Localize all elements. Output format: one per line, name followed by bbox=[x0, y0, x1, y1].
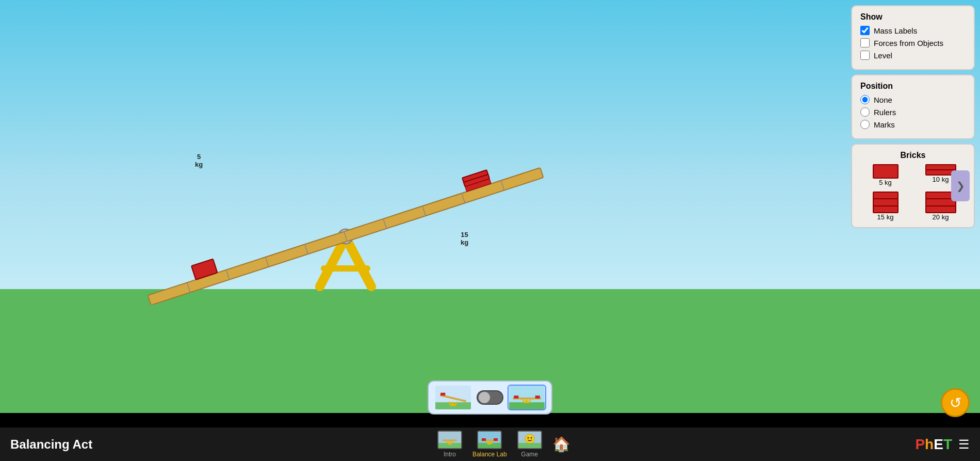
show-panel-title: Show bbox=[860, 12, 966, 22]
tab-intro-label: Intro bbox=[444, 451, 456, 458]
position-none-label[interactable]: None bbox=[874, 96, 892, 104]
svg-rect-47 bbox=[494, 438, 498, 441]
phet-logo-area: PhET ☰ bbox=[915, 436, 970, 453]
brick-5kg[interactable]: 5 kg bbox=[860, 164, 910, 186]
mass-labels-label[interactable]: Mass Labels bbox=[874, 26, 917, 35]
phet-logo: PhET bbox=[915, 436, 952, 453]
tab-balance-lab[interactable]: Balance Lab bbox=[472, 431, 507, 458]
svg-point-50 bbox=[525, 434, 534, 443]
brick-10kg-label: 10 kg bbox=[933, 176, 949, 183]
position-panel: Position None Rulers Marks bbox=[851, 74, 975, 139]
mass-labels-row: Mass Labels bbox=[860, 26, 966, 35]
tab-balance-lab-icon bbox=[477, 431, 502, 449]
left-mass-label: 5kg bbox=[195, 153, 203, 168]
hamburger-menu-icon[interactable]: ☰ bbox=[958, 437, 970, 452]
brick-20kg-label: 20 kg bbox=[933, 213, 949, 221]
app-title: Balancing Act bbox=[10, 437, 92, 452]
position-rulers-row: Rulers bbox=[860, 107, 966, 117]
position-marks-row: Marks bbox=[860, 120, 966, 129]
position-none-row: None bbox=[860, 95, 966, 104]
svg-line-1 bbox=[346, 237, 371, 287]
right-mass-label: 15kg bbox=[461, 231, 468, 246]
svg-rect-33 bbox=[535, 395, 540, 399]
brick-15kg-line2 bbox=[874, 205, 897, 206]
tab-intro-icon bbox=[437, 431, 462, 449]
tab-game-icon bbox=[517, 431, 542, 449]
brick-5kg-label: 5 kg bbox=[879, 179, 892, 186]
svg-rect-32 bbox=[514, 395, 518, 399]
home-icon: 🏠 bbox=[552, 436, 570, 452]
nav-tabs: Intro Balance Lab bbox=[437, 431, 570, 458]
position-marks-radio[interactable] bbox=[860, 120, 870, 129]
brick-5kg-shape bbox=[873, 164, 899, 179]
show-panel: Show Mass Labels Forces from Objects Lev… bbox=[851, 5, 975, 70]
right-panels: Show Mass Labels Forces from Objects Lev… bbox=[851, 5, 975, 228]
brick-20kg-line2 bbox=[926, 205, 955, 206]
toggle-knob bbox=[479, 392, 490, 403]
svg-point-51 bbox=[527, 437, 529, 439]
svg-rect-27 bbox=[509, 402, 545, 409]
brick-15kg-label: 15 kg bbox=[877, 213, 894, 221]
forces-from-objects-label[interactable]: Forces from Objects bbox=[874, 39, 943, 47]
level-row: Level bbox=[860, 51, 966, 60]
home-button[interactable]: 🏠 bbox=[552, 436, 570, 453]
position-panel-title: Position bbox=[860, 82, 966, 91]
mode-toggle[interactable] bbox=[477, 390, 503, 405]
tab-game-label: Game bbox=[521, 451, 538, 458]
tab-balance-lab-label: Balance Lab bbox=[472, 451, 507, 458]
scene: 5kg 15kg Show Mass Labels Forces from Ob… bbox=[0, 0, 980, 461]
mode-switcher bbox=[428, 380, 552, 415]
seesaw bbox=[113, 134, 578, 305]
forces-from-objects-row: Forces from Objects bbox=[860, 38, 966, 47]
position-rulers-radio[interactable] bbox=[860, 107, 870, 117]
position-rulers-label[interactable]: Rulers bbox=[874, 108, 896, 117]
brick-15kg[interactable]: 15 kg bbox=[860, 192, 910, 221]
bricks-panel-title: Bricks bbox=[860, 151, 966, 160]
position-marks-label[interactable]: Marks bbox=[874, 120, 895, 129]
bottom-bar: Balancing Act Intro bbox=[0, 427, 980, 461]
reset-button[interactable]: ↺ bbox=[941, 388, 970, 417]
mode-thumb-intro[interactable] bbox=[434, 385, 472, 410]
position-none-radio[interactable] bbox=[860, 95, 870, 104]
mode-thumb-balance-lab[interactable] bbox=[508, 385, 546, 410]
level-label[interactable]: Level bbox=[874, 51, 892, 60]
svg-rect-46 bbox=[482, 438, 486, 441]
tab-intro[interactable]: Intro bbox=[437, 431, 462, 458]
reset-icon: ↺ bbox=[950, 394, 961, 411]
svg-point-52 bbox=[530, 437, 532, 439]
level-checkbox[interactable] bbox=[860, 51, 870, 60]
bricks-next-button[interactable]: ❯ bbox=[951, 170, 970, 201]
bricks-grid: 5 kg 10 kg 15 kg bbox=[860, 164, 966, 221]
bricks-panel: Bricks 5 kg 10 kg 15 kg bbox=[851, 144, 975, 228]
mass-labels-checkbox[interactable] bbox=[860, 26, 870, 35]
tab-game[interactable]: Game bbox=[517, 431, 542, 458]
svg-rect-25 bbox=[440, 393, 445, 396]
forces-from-objects-checkbox[interactable] bbox=[860, 38, 870, 47]
brick-15kg-line1 bbox=[874, 198, 897, 199]
brick-15kg-shape bbox=[873, 192, 899, 213]
